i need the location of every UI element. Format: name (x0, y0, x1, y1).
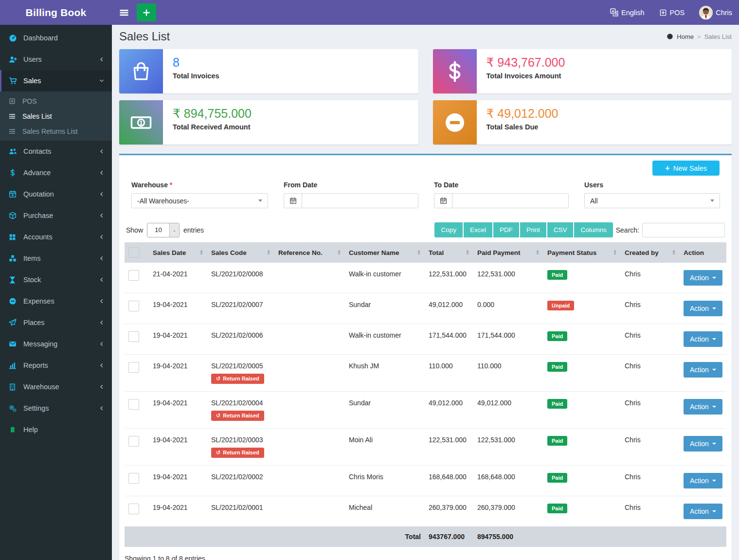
calendar-plus-icon (9, 190, 18, 198)
sidebar-item-sales[interactable]: Sales (0, 70, 112, 91)
column-header-sales-date[interactable]: Sales Date (149, 242, 207, 263)
money-bill-icon: 1 (119, 100, 163, 145)
shopping-bag-icon (119, 49, 163, 93)
filters-row: Warehouse * -All Warehouses- From Date (125, 181, 726, 208)
sidebar-item-advance[interactable]: Advance (0, 162, 112, 183)
sidebar-item-label: Expenses (23, 297, 54, 305)
action-button[interactable]: Action (684, 473, 722, 488)
sidebar-item-places[interactable]: Places (0, 312, 112, 333)
plus-square-icon (659, 9, 667, 17)
chevron-left-icon (99, 384, 105, 390)
action-button[interactable]: Action (684, 436, 722, 452)
action-button[interactable]: Action (684, 301, 722, 316)
action-button[interactable]: Action (684, 331, 722, 347)
envelope-icon (9, 340, 18, 348)
undo-icon (216, 413, 223, 418)
pdf-button[interactable]: PDF (493, 222, 519, 237)
users-selected-value: All (590, 197, 598, 205)
stat-value: ₹ 894,755.000 (173, 107, 252, 121)
minus-circle-icon (9, 297, 18, 305)
row-checkbox[interactable] (128, 473, 139, 484)
action-button[interactable]: Action (684, 504, 722, 519)
columns-button[interactable]: Columns (574, 222, 613, 237)
sidebar-item-settings[interactable]: Settings (0, 397, 112, 419)
csv-button[interactable]: CSV (547, 222, 574, 237)
excel-button[interactable]: Excel (464, 222, 492, 237)
sort-icon (332, 250, 341, 255)
action-button[interactable]: Action (684, 270, 722, 286)
stat-label: Total Invoices (173, 72, 219, 80)
sidebar-toggle-button[interactable] (118, 6, 130, 19)
row-checkbox[interactable] (128, 331, 139, 342)
row-checkbox[interactable] (128, 270, 139, 281)
sidebar-item-help[interactable]: Help (0, 419, 112, 440)
column-header-payment-status[interactable]: Payment Status (543, 242, 621, 263)
row-checkbox[interactable] (128, 301, 139, 311)
sidebar-subitem-sales-list[interactable]: Sales List (0, 108, 112, 124)
sidebar-item-users[interactable]: Users (0, 49, 112, 70)
action-button[interactable]: Action (684, 362, 722, 378)
cell-customer: Micheal (345, 496, 425, 527)
cell-sales-date: 19-04-2021 (149, 466, 207, 496)
pos-menu[interactable]: POS (659, 9, 685, 17)
top-bar-main: English POS Chris (112, 0, 739, 25)
sidebar-item-expenses[interactable]: Expenses (0, 290, 112, 312)
to-date-input[interactable] (452, 194, 568, 208)
total-row-paid: 894755.000 (473, 526, 543, 547)
sidebar-item-items[interactable]: Items (0, 248, 112, 269)
sidebar-item-quotation[interactable]: Quotation (0, 183, 112, 205)
quick-add-button[interactable] (137, 3, 156, 21)
new-sales-button[interactable]: + New Sales (652, 161, 720, 176)
sidebar-subitem-sales-returns-list[interactable]: Sales Returns List (0, 124, 112, 139)
cube-icon (9, 212, 18, 219)
column-header-reference-no[interactable]: Reference No. (274, 242, 345, 263)
warehouse-select[interactable]: -All Warehouses- (131, 193, 268, 208)
grid-icon (9, 234, 18, 241)
chevron-left-icon (99, 298, 105, 304)
sidebar-item-dashboard[interactable]: Dashboard (0, 27, 112, 49)
sidebar-item-warehouse[interactable]: Warehouse (0, 376, 112, 397)
cell-reference (274, 355, 345, 392)
column-header-sales-code[interactable]: Sales Code (207, 242, 274, 263)
calendar-icon (434, 194, 452, 208)
column-header-created-by[interactable]: Created by (621, 242, 680, 263)
app-logo[interactable]: Billing Book (0, 0, 112, 25)
row-checkbox[interactable] (128, 504, 139, 514)
sidebar-item-accounts[interactable]: Accounts (0, 226, 112, 248)
sidebar-item-label: Help (23, 426, 38, 434)
cell-reference (274, 263, 345, 293)
cell-total: 122,531.000 (425, 429, 473, 466)
row-checkbox[interactable] (128, 399, 139, 410)
table-header-row: Sales Date Sales Code Reference No. Cust… (125, 242, 726, 263)
show-label: Show (126, 226, 143, 234)
column-header-paid-payment[interactable]: Paid Payment (473, 242, 543, 263)
menu-icon (121, 10, 128, 15)
breadcrumb-home[interactable]: Home (677, 33, 694, 40)
language-menu[interactable]: English (610, 8, 645, 17)
sidebar-item-stock[interactable]: Stock (0, 269, 112, 290)
page-size-select[interactable]: 10 ⌄ (147, 223, 180, 237)
action-button[interactable]: Action (684, 399, 722, 415)
stat-value: 8 (173, 55, 219, 70)
row-checkbox[interactable] (128, 436, 139, 447)
sidebar-item-contacts[interactable]: Contacts (0, 141, 112, 162)
table-row: 19-04-2021 SL/2021/02/0006 Walk-in custo… (125, 324, 726, 355)
book-icon (9, 426, 18, 434)
user-menu[interactable]: Chris (699, 6, 732, 19)
caret-down-icon (712, 338, 716, 340)
sidebar-item-messaging[interactable]: Messaging (0, 333, 112, 355)
users-select[interactable]: All (584, 193, 720, 208)
sidebar-subitem-pos[interactable]: POS (0, 93, 112, 108)
column-header-total[interactable]: Total (425, 242, 473, 263)
column-header-customer-name[interactable]: Customer Name (345, 242, 425, 263)
sidebar-item-reports[interactable]: Reports (0, 355, 112, 376)
from-date-input[interactable] (302, 194, 418, 208)
row-checkbox[interactable] (128, 362, 139, 373)
sort-icon (531, 250, 540, 255)
copy-button[interactable]: Copy (434, 222, 463, 237)
search-input[interactable] (642, 223, 725, 237)
cell-sales-code: SL/2021/02/0003 Return Raised (207, 429, 274, 466)
select-all-checkbox[interactable] (128, 247, 139, 258)
print-button[interactable]: Print (520, 222, 546, 237)
sidebar-item-purchase[interactable]: Purchase (0, 205, 112, 226)
